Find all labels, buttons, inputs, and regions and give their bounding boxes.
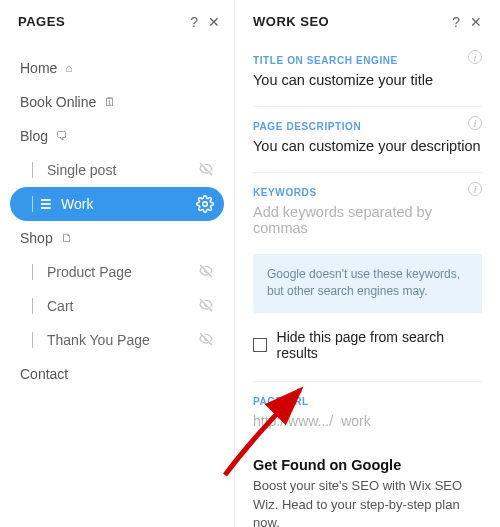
help-icon[interactable]: ? bbox=[452, 15, 460, 29]
divider bbox=[253, 381, 482, 382]
cta-title: Get Found on Google bbox=[253, 457, 482, 473]
url-prefix: http://www.../ bbox=[253, 413, 333, 429]
svg-point-0 bbox=[203, 202, 208, 207]
info-icon[interactable]: i bbox=[468, 50, 482, 64]
cta-text: Boost your site's SEO with Wix SEO Wiz. … bbox=[253, 477, 482, 527]
page-item-label: Shop bbox=[20, 230, 53, 246]
page-list: Home⌂Book Online🗓Blog🗨Single postWorkSho… bbox=[0, 43, 234, 391]
close-icon[interactable]: ✕ bbox=[208, 15, 220, 29]
description-input[interactable]: You can customize your description bbox=[253, 138, 482, 154]
page-item-label: Product Page bbox=[47, 264, 132, 280]
hidden-icon[interactable] bbox=[198, 297, 214, 316]
info-icon[interactable]: i bbox=[468, 182, 482, 196]
page-item-label: Work bbox=[61, 196, 93, 212]
page-type-icon: 🗋 bbox=[61, 231, 73, 245]
page-item-label: Book Online bbox=[20, 94, 96, 110]
page-item-label: Single post bbox=[47, 162, 116, 178]
page-item-product-page[interactable]: Product Page bbox=[10, 255, 224, 289]
seo-title: WORK SEO bbox=[253, 14, 329, 29]
help-icon[interactable]: ? bbox=[190, 15, 198, 29]
pages-header: PAGES ? ✕ bbox=[0, 14, 234, 43]
keywords-note: Google doesn't use these keywords, but o… bbox=[253, 254, 482, 313]
page-type-icon: ⌂ bbox=[65, 61, 72, 75]
page-item-cart[interactable]: Cart bbox=[10, 289, 224, 323]
url-value: work bbox=[341, 413, 371, 429]
close-icon[interactable]: ✕ bbox=[470, 15, 482, 29]
keywords-input[interactable]: Add keywords separated by commas bbox=[253, 204, 482, 236]
hidden-icon[interactable] bbox=[198, 331, 214, 350]
page-item-label: Cart bbox=[47, 298, 73, 314]
page-item-label: Thank You Page bbox=[47, 332, 150, 348]
seo-header: WORK SEO ? ✕ bbox=[253, 14, 482, 41]
title-input[interactable]: You can customize your title bbox=[253, 72, 482, 88]
info-icon[interactable]: i bbox=[468, 116, 482, 130]
page-item-shop[interactable]: Shop🗋 bbox=[10, 221, 224, 255]
page-item-label: Home bbox=[20, 60, 57, 76]
page-item-book-online[interactable]: Book Online🗓 bbox=[10, 85, 224, 119]
title-label: TITLE ON SEARCH ENGINE bbox=[253, 55, 398, 66]
checkbox-icon bbox=[253, 338, 267, 352]
pages-panel: PAGES ? ✕ Home⌂Book Online🗓Blog🗨Single p… bbox=[0, 0, 235, 527]
seo-panel: WORK SEO ? ✕ TITLE ON SEARCH ENGINE i Yo… bbox=[235, 0, 500, 527]
page-item-thank-you-page[interactable]: Thank You Page bbox=[10, 323, 224, 357]
page-item-label: Contact bbox=[20, 366, 68, 382]
keywords-label: KEYWORDS bbox=[253, 187, 317, 198]
hide-label: Hide this page from search results bbox=[277, 329, 482, 361]
page-item-single-post[interactable]: Single post bbox=[10, 153, 224, 187]
page-item-label: Blog bbox=[20, 128, 48, 144]
page-item-contact[interactable]: Contact bbox=[10, 357, 224, 391]
hidden-icon[interactable] bbox=[198, 161, 214, 180]
page-url-label: PAGE URL bbox=[253, 396, 482, 407]
page-item-blog[interactable]: Blog🗨 bbox=[10, 119, 224, 153]
page-type-icon: 🗓 bbox=[104, 95, 116, 109]
drag-handle-icon[interactable] bbox=[41, 199, 51, 209]
pages-title: PAGES bbox=[18, 14, 65, 29]
settings-icon[interactable] bbox=[196, 195, 214, 213]
page-url-input[interactable]: http://www.../ work bbox=[253, 413, 482, 429]
page-type-icon: 🗨 bbox=[56, 129, 68, 143]
page-item-home[interactable]: Home⌂ bbox=[10, 51, 224, 85]
description-label: PAGE DESCRIPTION bbox=[253, 121, 361, 132]
page-item-work[interactable]: Work bbox=[10, 187, 224, 221]
hide-from-search-checkbox[interactable]: Hide this page from search results bbox=[253, 329, 482, 361]
hidden-icon[interactable] bbox=[198, 263, 214, 282]
